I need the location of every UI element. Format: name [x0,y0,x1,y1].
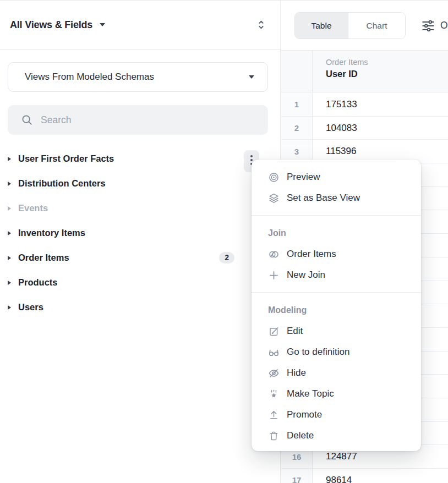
sidebar-header: All Views & Fields [0,1,280,50]
view-mode-tabs: Table Chart [294,12,406,39]
view-item-users[interactable]: Users [0,295,281,320]
table-header: Order Items User ID [281,50,448,92]
table-row[interactable]: 1175133 [281,93,448,117]
chevron-right-icon[interactable] [8,157,11,161]
view-item-events[interactable]: Events [0,196,281,221]
chevron-right-icon[interactable] [8,206,11,211]
join-count-badge: 2 [219,252,234,264]
schema-source-select[interactable]: Views From Modeled Schemas [8,62,268,92]
menu-group-view: Preview Set as Base View [252,160,421,215]
edit-icon [268,326,280,337]
column-group-label: Order Items [326,58,448,67]
column-header-cell[interactable]: Order Items User ID [313,51,448,92]
topic-star-icon [268,388,280,400]
promote-arrow-icon [268,409,280,421]
menu-group-join: Join Order Items New Join [252,215,421,292]
target-icon [268,172,280,183]
options-button[interactable]: Options [421,12,448,39]
layers-icon [268,193,280,204]
chevron-right-icon[interactable] [8,256,11,260]
plus-icon [268,270,280,281]
expand-collapse-icon[interactable] [256,18,266,31]
results-toolbar: Table Chart Options [281,1,448,50]
search-input[interactable] [41,114,259,126]
tab-table[interactable]: Table [295,13,348,39]
menu-item-edit[interactable]: Edit [252,321,421,342]
schema-source-value: Views From Modeled Schemas [25,72,154,83]
menu-item-delete[interactable]: Delete [252,425,421,446]
sliders-icon [421,19,435,33]
view-item-order-items[interactable]: Order Items 2 [0,245,281,270]
menu-item-set-as-base-view[interactable]: Set as Base View [252,188,421,208]
eye-off-icon [268,367,280,379]
menu-item-promote[interactable]: Promote [252,404,421,425]
menu-item-preview[interactable]: Preview [252,167,421,188]
sidebar-title: All Views & Fields [10,19,92,31]
view-item-inventory-items[interactable]: Inventory Items [0,221,281,245]
chevron-right-icon[interactable] [8,305,11,310]
glasses-icon [268,347,280,358]
select-caret-icon [249,75,254,79]
search-icon [21,114,33,126]
chevron-right-icon[interactable] [8,231,11,235]
view-item-user-first-order-facts[interactable]: User First Order Facts [0,146,281,171]
chevron-right-icon[interactable] [8,281,11,285]
table-row[interactable]: 2104083 [281,117,448,140]
menu-section-join: Join [252,223,421,244]
table-row[interactable]: 1798614 [281,469,448,483]
views-sidebar: All Views & Fields Views From Modeled Sc… [0,1,281,483]
menu-item-go-to-definition[interactable]: Go to definition [252,342,421,363]
title-dropdown-caret-icon[interactable] [100,23,105,26]
chevron-right-icon[interactable] [8,182,11,186]
search-box[interactable] [8,105,268,135]
menu-item-new-join[interactable]: New Join [252,265,421,286]
menu-item-join-order-items[interactable]: Order Items [252,244,421,265]
menu-item-make-topic[interactable]: Make Topic [252,383,421,404]
view-context-menu: Preview Set as Base View Join Order Item… [252,160,421,451]
tab-chart[interactable]: Chart [348,13,405,39]
view-item-products[interactable]: Products [0,270,281,295]
view-list: User First Order Facts Distribution Cent… [0,146,281,320]
trash-icon [268,430,280,442]
join-circles-icon [268,249,280,260]
menu-section-modeling: Modeling [252,300,421,321]
menu-item-hide[interactable]: Hide [252,363,421,383]
menu-group-modeling: Modeling Edit Go to definition Hide [252,292,421,451]
row-number-header-cell [281,51,313,92]
column-name: User ID [326,69,448,79]
options-label: Options [440,20,448,31]
view-item-distribution-centers[interactable]: Distribution Centers [0,171,281,196]
